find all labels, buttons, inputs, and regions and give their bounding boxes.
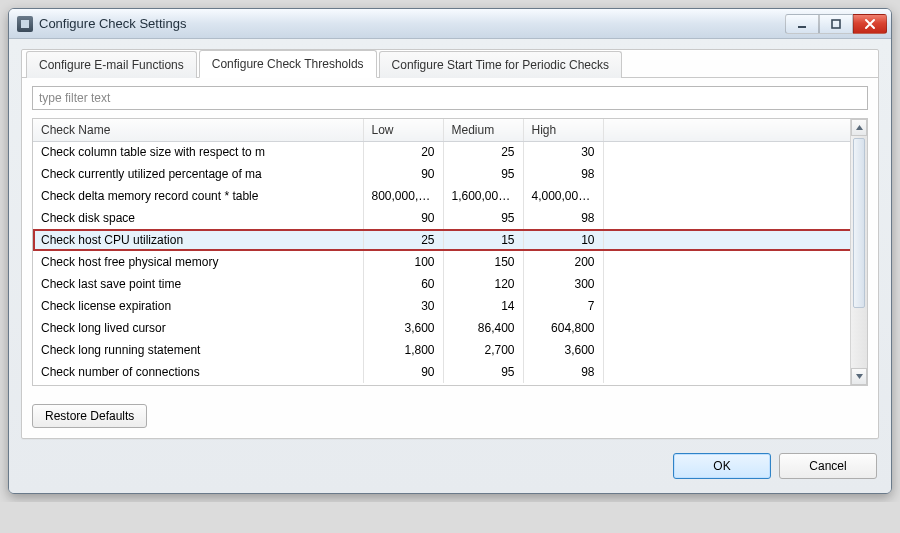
window-title: Configure Check Settings — [39, 16, 785, 31]
cell-check-name: Check disk space — [33, 207, 363, 229]
cell-low: 100 — [363, 251, 443, 273]
cell-medium: 14 — [443, 295, 523, 317]
table-row[interactable]: Check host CPU utilization251510 — [33, 229, 867, 251]
table-header-row: Check Name Low Medium High — [33, 119, 867, 141]
cell-high: 98 — [523, 361, 603, 383]
cell-medium: 95 — [443, 361, 523, 383]
col-medium[interactable]: Medium — [443, 119, 523, 141]
cell-blank — [603, 339, 867, 361]
below-table-area: Restore Defaults — [22, 396, 878, 428]
cell-check-name: Check host free physical memory — [33, 251, 363, 273]
cell-check-name: Check license expiration — [33, 295, 363, 317]
table-row[interactable]: Check last save point time60120300 — [33, 273, 867, 295]
table-row[interactable]: Check delta memory record count * table8… — [33, 185, 867, 207]
cell-low: 3,600 — [363, 317, 443, 339]
thresholds-table: Check Name Low Medium High Check column … — [33, 119, 867, 383]
cell-blank — [603, 273, 867, 295]
svg-rect-0 — [21, 20, 29, 28]
table-viewport: Check Name Low Medium High Check column … — [33, 119, 867, 385]
window-controls — [785, 14, 887, 34]
cell-medium: 15 — [443, 229, 523, 251]
cell-blank — [603, 141, 867, 163]
client-area: Configure E-mail Functions Configure Che… — [9, 39, 891, 493]
titlebar[interactable]: Configure Check Settings — [9, 9, 891, 39]
cell-low: 800,000,0... — [363, 185, 443, 207]
cell-medium: 2,700 — [443, 339, 523, 361]
cell-check-name: Check delta memory record count * table — [33, 185, 363, 207]
settings-panel: Configure E-mail Functions Configure Che… — [21, 49, 879, 439]
cell-blank — [603, 295, 867, 317]
maximize-button[interactable] — [819, 14, 853, 34]
cell-high: 3,600 — [523, 339, 603, 361]
table-row[interactable]: Check host free physical memory100150200 — [33, 251, 867, 273]
cell-low: 30 — [363, 295, 443, 317]
cell-check-name: Check column table size with respect to … — [33, 141, 363, 163]
cell-high: 200 — [523, 251, 603, 273]
scroll-down-button[interactable] — [851, 368, 867, 385]
scrollbar-track[interactable] — [851, 136, 867, 368]
cell-blank — [603, 251, 867, 273]
col-high[interactable]: High — [523, 119, 603, 141]
tab-label: Configure Check Thresholds — [212, 57, 364, 71]
cell-blank — [603, 361, 867, 383]
tab-label: Configure Start Time for Periodic Checks — [392, 58, 609, 72]
table-row[interactable]: Check column table size with respect to … — [33, 141, 867, 163]
ok-button[interactable]: OK — [673, 453, 771, 479]
col-low[interactable]: Low — [363, 119, 443, 141]
restore-defaults-button[interactable]: Restore Defaults — [32, 404, 147, 428]
cell-check-name: Check long running statement — [33, 339, 363, 361]
cell-high: 7 — [523, 295, 603, 317]
tab-start-time-periodic[interactable]: Configure Start Time for Periodic Checks — [379, 51, 622, 78]
tab-check-thresholds[interactable]: Configure Check Thresholds — [199, 50, 377, 78]
scrollbar-thumb[interactable] — [853, 138, 865, 308]
cell-high: 300 — [523, 273, 603, 295]
cell-blank — [603, 207, 867, 229]
tab-content: Check Name Low Medium High Check column … — [22, 78, 878, 396]
cell-check-name: Check last save point time — [33, 273, 363, 295]
cell-high: 98 — [523, 163, 603, 185]
cell-blank — [603, 185, 867, 207]
filter-input[interactable] — [32, 86, 868, 110]
vertical-scrollbar[interactable] — [850, 119, 867, 385]
cell-low: 1,800 — [363, 339, 443, 361]
cell-blank — [603, 317, 867, 339]
cell-blank — [603, 229, 867, 251]
cell-medium: 120 — [443, 273, 523, 295]
cell-low: 25 — [363, 229, 443, 251]
cell-high: 98 — [523, 207, 603, 229]
table-row[interactable]: Check currently utilized percentage of m… — [33, 163, 867, 185]
cell-high: 10 — [523, 229, 603, 251]
svg-rect-1 — [798, 26, 806, 28]
minimize-button[interactable] — [785, 14, 819, 34]
cell-check-name: Check currently utilized percentage of m… — [33, 163, 363, 185]
cell-high: 4,000,000... — [523, 185, 603, 207]
scroll-up-button[interactable] — [851, 119, 867, 136]
tab-bar: Configure E-mail Functions Configure Che… — [22, 49, 878, 78]
cell-medium: 95 — [443, 207, 523, 229]
tab-email-functions[interactable]: Configure E-mail Functions — [26, 51, 197, 78]
table-row[interactable]: Check long running statement1,8002,7003,… — [33, 339, 867, 361]
cell-medium: 1,600,000... — [443, 185, 523, 207]
close-button[interactable] — [853, 14, 887, 34]
cell-check-name: Check long lived cursor — [33, 317, 363, 339]
col-check-name[interactable]: Check Name — [33, 119, 363, 141]
table-row[interactable]: Check number of connections909598 — [33, 361, 867, 383]
svg-rect-2 — [832, 20, 840, 28]
cell-low: 20 — [363, 141, 443, 163]
cell-low: 60 — [363, 273, 443, 295]
cell-high: 604,800 — [523, 317, 603, 339]
table-row[interactable]: Check disk space909598 — [33, 207, 867, 229]
table-row[interactable]: Check license expiration30147 — [33, 295, 867, 317]
cell-blank — [603, 163, 867, 185]
cell-medium: 86,400 — [443, 317, 523, 339]
table-row[interactable]: Check long lived cursor3,60086,400604,80… — [33, 317, 867, 339]
cell-low: 90 — [363, 207, 443, 229]
tab-label: Configure E-mail Functions — [39, 58, 184, 72]
cell-check-name: Check number of connections — [33, 361, 363, 383]
dialog-window: Configure Check Settings Configure E-mai… — [8, 8, 892, 494]
cell-medium: 95 — [443, 163, 523, 185]
cancel-button[interactable]: Cancel — [779, 453, 877, 479]
cell-low: 90 — [363, 163, 443, 185]
cell-medium: 25 — [443, 141, 523, 163]
cell-medium: 150 — [443, 251, 523, 273]
